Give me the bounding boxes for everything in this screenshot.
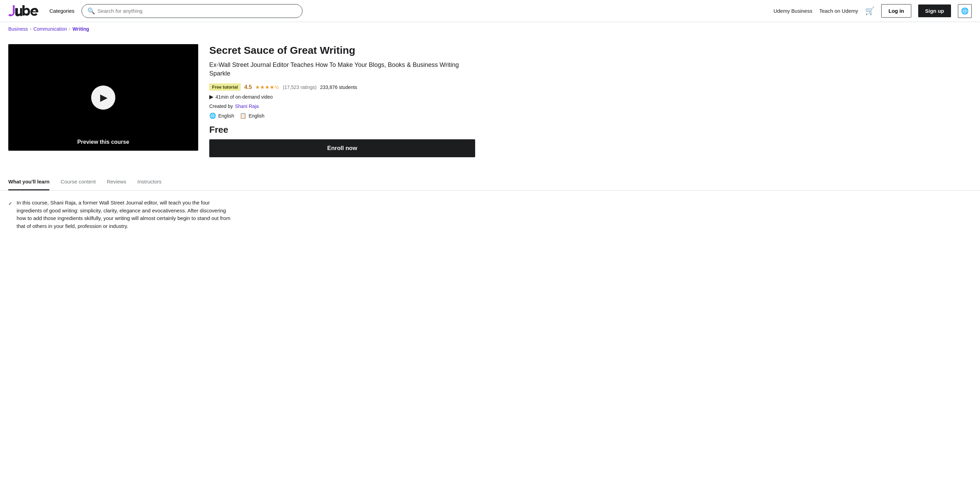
tabs: What you'll learn Course content Reviews… [8, 174, 972, 190]
lang-row: 🌐 English 📋 English [209, 112, 475, 119]
breadcrumb: Business › Communication › Writing [0, 22, 980, 36]
play-icon: ▶ [100, 92, 108, 103]
globe-lang-icon: 🌐 [209, 112, 216, 119]
video-duration: 41min of on-demand video [215, 94, 273, 100]
stars: ★★★★½ [255, 84, 279, 90]
video-area: ▶ Preview this course [8, 44, 198, 157]
created-label: Created by [209, 103, 233, 109]
main-content: ▶ Preview this course Secret Sauce of Gr… [0, 36, 484, 157]
tab-course-content[interactable]: Course content [60, 174, 95, 190]
login-button[interactable]: Log in [881, 4, 911, 17]
creator-link[interactable]: Shani Raja [235, 103, 259, 109]
preview-label: Preview this course [77, 139, 129, 145]
video-info-row: ▶ 41min of on-demand video [209, 93, 475, 100]
video-container[interactable]: ▶ Preview this course [8, 44, 198, 151]
search-input[interactable] [98, 8, 297, 14]
udemy-logo[interactable] [8, 5, 40, 17]
rating-number: 4.5 [244, 84, 252, 90]
teach-link[interactable]: Teach on Udemy [819, 8, 858, 14]
price-label: Free [209, 125, 475, 135]
lang-audio: 🌐 English [209, 112, 234, 119]
breadcrumb-business[interactable]: Business [8, 26, 28, 32]
breadcrumb-communication[interactable]: Communication [33, 26, 67, 32]
lang-captions: 📋 English [240, 112, 264, 119]
signup-button[interactable]: Sign up [918, 5, 951, 17]
rating-count: (17,523 ratings) [283, 84, 317, 90]
play-button[interactable]: ▶ [91, 86, 115, 110]
captions-icon: 📋 [240, 112, 247, 119]
lang-audio-text: English [218, 113, 234, 119]
learn-text-1: In this course, Shani Raja, a former Wal… [17, 199, 234, 230]
tab-what-youll-learn[interactable]: What you'll learn [8, 174, 49, 190]
rating-row: Free tutorial 4.5 ★★★★½ (17,523 ratings)… [209, 84, 475, 91]
tabs-section: What you'll learn Course content Reviews… [0, 166, 980, 191]
search-icon: 🔍 [88, 7, 95, 15]
categories-button[interactable]: Categories [48, 6, 76, 16]
enroll-button[interactable]: Enroll now [209, 139, 475, 157]
students-count: 233,876 students [320, 84, 357, 90]
lang-captions-text: English [249, 113, 264, 119]
course-info: Secret Sauce of Great Writing Ex-Wall St… [209, 44, 475, 157]
created-row: Created by Shani Raja [209, 103, 475, 109]
learn-section: ✓ In this course, Shani Raja, a former W… [0, 191, 242, 242]
free-badge: Free tutorial [209, 84, 241, 91]
check-icon-1: ✓ [8, 200, 13, 230]
header: Categories 🔍 Udemy Business Teach on Ude… [0, 0, 980, 22]
learn-item-1: ✓ In this course, Shani Raja, a former W… [8, 199, 234, 230]
language-button[interactable]: 🌐 [958, 4, 972, 18]
breadcrumb-sep-1: › [30, 27, 32, 32]
video-icon: ▶ [209, 93, 213, 100]
cart-icon[interactable]: 🛒 [865, 6, 874, 16]
tab-instructors[interactable]: Instructors [137, 174, 162, 190]
udemy-business-link[interactable]: Udemy Business [773, 8, 813, 14]
course-title: Secret Sauce of Great Writing [209, 44, 475, 57]
course-subtitle: Ex-Wall Street Journal Editor Teaches Ho… [209, 61, 475, 78]
breadcrumb-sep-2: › [69, 27, 70, 32]
search-bar: 🔍 [81, 4, 302, 18]
header-right: Udemy Business Teach on Udemy 🛒 Log in S… [773, 4, 972, 18]
logo-area [8, 5, 40, 17]
breadcrumb-writing[interactable]: Writing [73, 26, 89, 32]
tab-reviews[interactable]: Reviews [107, 174, 126, 190]
